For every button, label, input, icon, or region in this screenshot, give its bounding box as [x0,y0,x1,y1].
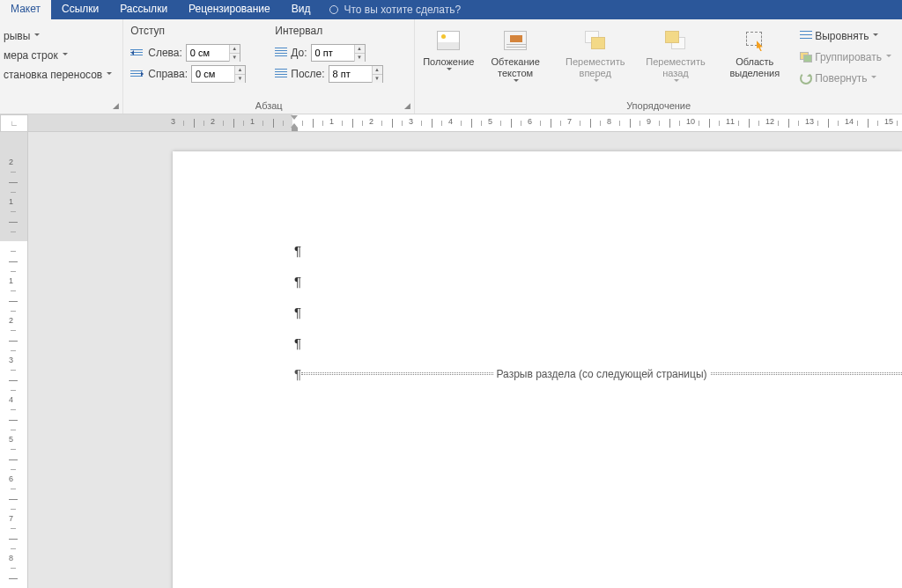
wrap-text-button[interactable]: Обтекание текстом [478,23,552,85]
ribbon-tabs: Макет Ссылки Рассылки Рецензирование Вид… [0,0,902,19]
bring-forward-button[interactable]: Переместить вперед [556,23,635,85]
paragraph-launcher[interactable]: ◢ [403,101,412,111]
spacing-header: Интервал [275,23,407,40]
indent-left-label: Слева: [148,47,182,59]
group-objects-icon [800,52,812,62]
group-objects-button[interactable]: Группировать [796,49,895,65]
indent-marker[interactable] [291,115,299,131]
section-break: ¶ Разрыв раздела (со следующей страницы) [294,366,902,381]
indent-left-up[interactable]: ▲ [229,45,240,54]
wrap-icon [504,31,527,50]
tab-view[interactable]: Вид [281,0,322,19]
indent-header: Отступ [130,23,271,40]
send-backward-icon [665,31,686,50]
bulb-icon [329,5,338,14]
tell-me-search[interactable]: Что вы хотите сделать? [321,0,469,19]
vertical-ruler[interactable] [0,132,28,588]
page-setup-launcher[interactable]: ◢ [111,101,121,111]
indent-left-icon [130,48,144,58]
spacing-after-icon [275,69,287,79]
tab-mailings[interactable]: Рассылки [109,0,178,19]
indent-right-down[interactable]: ▼ [234,75,245,83]
indent-left-down[interactable]: ▼ [229,54,240,62]
spacing-before-label: До: [291,47,307,59]
paragraph-mark: ¶ [294,305,301,320]
bring-forward-icon [585,31,606,50]
hyphenation-button[interactable]: становка переносов [0,67,115,83]
selection-pane-icon [744,30,765,51]
align-button[interactable]: Выровнять [796,28,895,44]
ribbon: рывы мера строк становка переносов ◢ Отс… [0,19,902,114]
line-numbers-button[interactable]: мера строк [0,48,115,63]
send-backward-button[interactable]: Переместить назад [639,23,713,85]
paragraph-mark: ¶ [294,335,301,351]
rotate-icon [800,72,812,85]
selection-pane-button[interactable]: Область выделения [716,23,793,79]
paragraph-mark: ¶ [294,243,301,259]
ruler-corner[interactable]: ∟ [0,114,28,132]
indent-right-label: Справа: [148,68,188,80]
indent-right-icon [130,69,144,79]
spacing-after-up[interactable]: ▲ [372,66,382,75]
tab-links[interactable]: Ссылки [51,0,109,19]
tab-layout[interactable]: Макет [0,0,51,19]
spacing-after-label: После: [291,68,324,80]
rotate-button[interactable]: Повернуть [796,70,895,86]
spacing-after-down[interactable]: ▼ [372,75,382,83]
document-area: ∟ ¶ ¶ ¶ ¶ ¶ Разрыв раздела (со следующей… [0,114,902,588]
paragraph-mark: ¶ [294,274,301,290]
tell-me-placeholder: Что вы хотите сделать? [344,4,461,16]
spacing-before-up[interactable]: ▲ [354,45,365,54]
position-icon [437,31,460,50]
tab-review[interactable]: Рецензирование [178,0,281,19]
indent-right-up[interactable]: ▲ [234,66,245,75]
breaks-button[interactable]: рывы [0,28,115,44]
align-icon [800,31,812,41]
spacing-before-icon [275,48,287,58]
page[interactable]: ¶ ¶ ¶ ¶ ¶ Разрыв раздела (со следующей с… [173,151,902,588]
arrange-group-title: Упорядочение [422,99,895,114]
paragraph-group-title: Абзац [130,99,407,114]
spacing-before-down[interactable]: ▼ [354,54,365,62]
position-button[interactable]: Положение [422,23,475,73]
horizontal-ruler[interactable] [28,114,902,132]
